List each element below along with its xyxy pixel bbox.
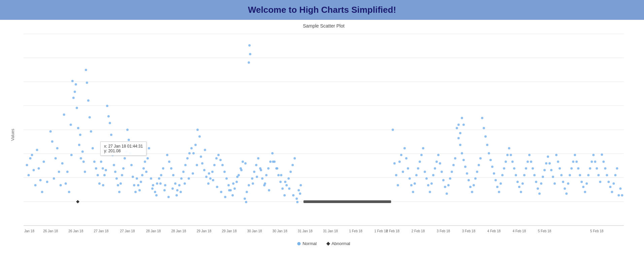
svg-point-163	[290, 171, 292, 173]
svg-point-143	[248, 184, 250, 187]
svg-point-192	[431, 183, 433, 185]
svg-point-201	[446, 193, 448, 195]
svg-point-257	[540, 183, 542, 185]
svg-point-176	[403, 147, 406, 150]
svg-point-73	[120, 183, 122, 185]
svg-point-302	[616, 167, 618, 170]
svg-point-361	[228, 189, 231, 192]
svg-point-20	[28, 174, 30, 176]
svg-point-229	[493, 172, 495, 175]
svg-point-118	[196, 129, 199, 131]
svg-point-178	[407, 167, 409, 170]
svg-text:31 Jan 18: 31 Jan 18	[323, 229, 338, 233]
svg-point-237	[506, 154, 509, 156]
svg-point-34	[63, 114, 65, 116]
svg-point-128	[217, 154, 219, 156]
svg-point-196	[437, 154, 440, 156]
svg-point-140	[242, 161, 244, 163]
svg-point-21	[33, 169, 35, 171]
svg-point-356	[208, 172, 210, 175]
svg-point-64	[107, 115, 110, 118]
page-title: Welcome to High Charts Simplified!	[0, 5, 644, 15]
svg-point-185	[418, 161, 421, 163]
svg-point-70	[115, 177, 118, 180]
svg-point-223	[483, 127, 485, 129]
svg-point-204	[451, 171, 453, 173]
abnormal-point-1	[76, 200, 79, 203]
svg-point-54	[92, 147, 94, 150]
svg-point-125	[211, 171, 213, 173]
svg-point-65	[109, 122, 111, 124]
y-axis-label: Values	[10, 129, 15, 141]
svg-point-268	[558, 167, 561, 170]
svg-point-263	[550, 169, 552, 171]
svg-point-38	[72, 97, 75, 99]
svg-text:28 Jan 18: 28 Jan 18	[171, 229, 186, 233]
svg-point-335	[58, 171, 60, 173]
svg-point-281	[580, 181, 583, 183]
svg-point-276	[572, 161, 574, 163]
svg-point-217	[473, 184, 475, 187]
svg-point-235	[503, 167, 505, 170]
svg-point-91	[144, 161, 146, 163]
svg-point-210	[461, 152, 463, 155]
svg-point-94	[148, 147, 150, 150]
svg-point-158	[279, 181, 282, 183]
svg-point-109	[178, 184, 180, 187]
svg-point-182	[413, 183, 416, 185]
page-header: Welcome to High Charts Simplified!	[0, 0, 644, 20]
svg-point-105	[170, 167, 172, 170]
svg-point-269	[560, 174, 563, 176]
svg-point-149	[261, 177, 264, 180]
svg-point-76	[124, 157, 126, 160]
svg-point-124	[209, 177, 211, 180]
svg-point-85	[136, 177, 138, 180]
svg-point-283	[584, 191, 586, 193]
svg-point-121	[203, 169, 205, 171]
svg-point-161	[285, 184, 288, 187]
svg-point-50	[86, 82, 88, 84]
legend-abnormal-icon	[326, 242, 330, 245]
svg-point-77	[125, 151, 127, 153]
svg-point-350	[183, 183, 186, 185]
svg-point-364	[240, 169, 243, 171]
svg-point-32	[56, 147, 59, 150]
svg-point-213	[466, 172, 468, 175]
svg-point-290	[596, 167, 598, 170]
svg-point-83	[133, 184, 135, 187]
svg-point-171	[395, 174, 397, 176]
svg-point-378	[296, 201, 299, 203]
svg-point-102	[164, 184, 166, 187]
svg-point-230	[495, 179, 497, 182]
svg-point-56	[95, 167, 97, 170]
svg-point-87	[138, 189, 141, 192]
svg-point-90	[142, 167, 145, 170]
svg-point-333	[51, 141, 54, 143]
svg-point-142	[246, 191, 248, 193]
svg-point-131	[223, 171, 226, 173]
svg-point-359	[220, 191, 222, 193]
svg-point-190	[427, 184, 430, 187]
svg-point-273	[567, 183, 569, 185]
svg-point-208	[457, 137, 460, 140]
svg-point-75	[122, 167, 125, 170]
svg-text:30 Jan 18: 30 Jan 18	[272, 229, 287, 233]
svg-point-107	[174, 183, 176, 185]
svg-point-72	[118, 191, 121, 193]
svg-point-293	[601, 154, 603, 156]
svg-point-282	[582, 186, 584, 188]
svg-point-355	[204, 149, 206, 151]
svg-point-24	[34, 184, 37, 187]
svg-point-278	[575, 161, 578, 163]
svg-point-274	[569, 174, 571, 176]
svg-point-151	[265, 174, 268, 176]
svg-point-370	[264, 183, 266, 185]
svg-point-181	[412, 191, 414, 193]
svg-point-52	[89, 116, 91, 119]
svg-point-101	[162, 167, 164, 170]
svg-point-347	[171, 188, 174, 190]
svg-point-266	[555, 154, 557, 156]
svg-point-254	[535, 181, 537, 183]
svg-point-170	[393, 162, 396, 165]
svg-point-352	[192, 172, 194, 175]
